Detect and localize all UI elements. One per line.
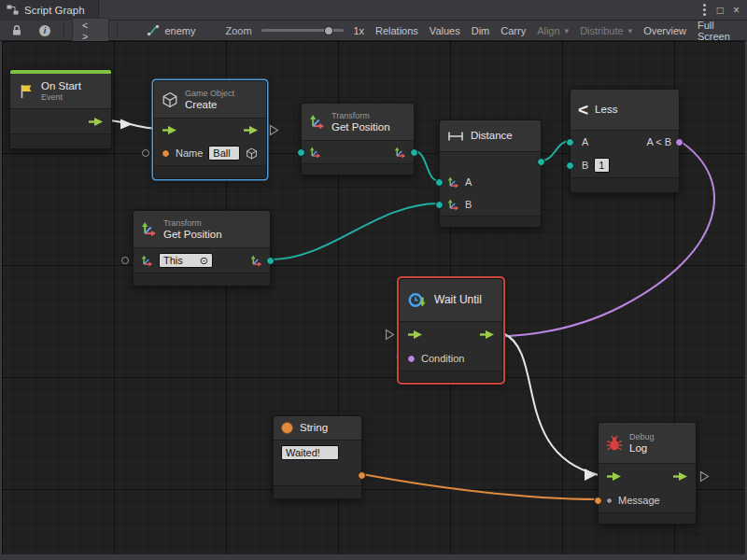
flow-output-port[interactable] — [88, 117, 104, 127]
move-tool-icon — [394, 147, 406, 159]
node-debug-log[interactable]: Debug Log Message — [598, 422, 697, 525]
graph-canvas[interactable]: On Start Event Game Object Create — [0, 41, 747, 560]
zoom-slider-handle[interactable] — [324, 26, 333, 35]
node-wait-until[interactable]: Wait Until Condition — [399, 278, 503, 383]
info-icon: i — [39, 25, 50, 36]
target-field[interactable]: This ⊙ — [159, 253, 213, 268]
less-icon: < — [578, 100, 588, 120]
node-footer — [599, 512, 696, 524]
toolbar-separator — [117, 24, 118, 37]
node-title: Get Position — [163, 229, 222, 241]
fullscreen-button[interactable]: Full Screen — [692, 22, 741, 39]
title-bar: Script Graph □ × — [0, 0, 747, 21]
name-input-port[interactable] — [162, 149, 170, 158]
zoom-label: Zoom — [226, 25, 252, 36]
code-view-button[interactable]: < > — [72, 18, 109, 44]
node-title: Wait Until — [434, 294, 482, 306]
node-string-literal[interactable]: String — [273, 415, 362, 499]
distance-icon — [447, 131, 464, 142]
transform-icon — [141, 221, 157, 237]
node-distance[interactable]: Distance A B — [439, 119, 542, 228]
node-get-position-left[interactable]: Transform Get Position This ⊙ — [133, 210, 271, 287]
move-tool-icon — [447, 199, 459, 211]
node-title: Log — [629, 442, 655, 455]
b-value-field[interactable] — [594, 158, 610, 173]
flow-output-port[interactable] — [479, 329, 495, 340]
port-label: A — [465, 176, 472, 188]
distance-output-port[interactable] — [537, 158, 545, 166]
wire-getposition2-to-distance-b[interactable] — [271, 203, 439, 259]
input-a-port[interactable] — [435, 178, 444, 187]
node-category: Transform — [163, 218, 222, 229]
node-create-gameobject[interactable]: Game Object Create Name — [153, 80, 267, 179]
flow-input-port[interactable] — [606, 471, 622, 482]
node-get-position-top[interactable]: Transform Get Position — [301, 103, 415, 175]
transform-input-port[interactable] — [297, 148, 305, 157]
graph-breadcrumb[interactable]: enemy — [147, 24, 195, 36]
node-footer — [134, 273, 270, 286]
window-controls: □ × — [701, 5, 747, 16]
move-tool-icon — [447, 176, 459, 189]
node-footer — [10, 133, 111, 148]
bug-icon — [606, 435, 623, 452]
distribute-dropdown[interactable]: Distribute▾ — [574, 22, 638, 39]
node-title: Create — [185, 99, 234, 111]
wire-string-to-log-message[interactable] — [362, 474, 598, 499]
graph-name: enemy — [164, 25, 195, 36]
condition-input-port[interactable] — [407, 355, 416, 363]
message-input-port[interactable] — [594, 497, 602, 505]
input-b-port[interactable] — [435, 201, 444, 209]
move-tool-icon — [309, 147, 321, 159]
node-subtitle: Event — [41, 92, 81, 103]
port-label: B — [465, 199, 472, 210]
node-footer — [440, 216, 541, 227]
flag-icon — [18, 83, 35, 100]
cube-icon — [162, 91, 178, 108]
align-dropdown[interactable]: Align▾ — [531, 22, 574, 39]
position-output-port[interactable] — [410, 148, 418, 157]
close-icon[interactable]: × — [733, 5, 740, 16]
name-value-field[interactable] — [208, 146, 240, 161]
wire-waituntil-to-log[interactable] — [503, 333, 599, 475]
flow-output-port[interactable] — [243, 125, 259, 135]
dim-button[interactable]: Dim — [466, 22, 496, 39]
wire-getposition-to-distance-a[interactable] — [415, 151, 439, 181]
position-output-port[interactable] — [266, 257, 275, 265]
string-value-field[interactable] — [281, 445, 339, 460]
node-footer — [274, 485, 361, 498]
flow-input-port[interactable] — [162, 125, 177, 135]
graph-toolbar: i < > enemy Zoom 1x Relations Values Dim… — [0, 21, 747, 41]
values-button[interactable]: Values — [424, 22, 466, 39]
more-menu-icon[interactable] — [703, 8, 706, 11]
result-label: A < B — [646, 136, 671, 147]
node-category: Game Object — [185, 89, 234, 99]
object-target-icon[interactable]: ⊙ — [200, 255, 208, 267]
graph-asset-icon — [147, 24, 160, 36]
overview-button[interactable]: Overview — [638, 22, 692, 39]
string-output-port[interactable] — [358, 471, 366, 480]
unconnected-value-indicator — [142, 149, 149, 157]
maximize-icon[interactable]: □ — [717, 5, 724, 16]
info-button[interactable]: i — [34, 22, 56, 39]
flow-output-port[interactable] — [672, 471, 688, 482]
node-less[interactable]: < Less A A < B B — [570, 89, 680, 193]
node-on-start[interactable]: On Start Event — [9, 69, 112, 149]
flow-input-port[interactable] — [407, 329, 423, 340]
relations-button[interactable]: Relations — [370, 22, 424, 39]
lock-button[interactable] — [6, 22, 28, 39]
unity-visual-scripting-window: Script Graph □ × i < > enemy Zoom 1x Rel… — [0, 0, 747, 560]
unconnected-flow-indicator — [385, 329, 395, 343]
node-title: On Start — [41, 80, 81, 92]
node-title: Less — [595, 104, 617, 116]
move-tool-icon — [250, 255, 262, 267]
input-b-port[interactable] — [566, 161, 574, 170]
node-title: String — [300, 422, 328, 434]
node-title: Distance — [471, 130, 513, 142]
result-output-port[interactable] — [675, 138, 684, 147]
zoom-slider[interactable] — [261, 29, 345, 32]
input-a-port[interactable] — [566, 138, 574, 147]
object-picker-cube-icon[interactable] — [246, 147, 258, 160]
carry-button[interactable]: Carry — [495, 22, 531, 39]
move-tool-icon — [141, 255, 153, 267]
toolbar-separator — [63, 24, 64, 37]
